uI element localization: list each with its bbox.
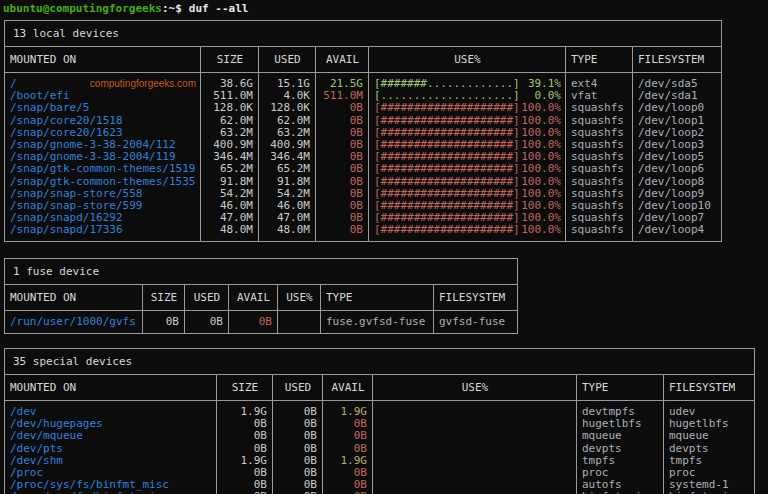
table-row: /snap/snapd/1733648.0M48.0M0B[##########… — [5, 224, 721, 236]
cell-avail: 0B — [323, 479, 373, 491]
column-header-avail: AVAIL — [229, 285, 278, 310]
cell-filesystem: /dev/loop4 — [633, 224, 721, 236]
cell-filesystem: devpts — [664, 443, 754, 455]
cell-mounted-on: /snap/gnome-3-38-2004/119 — [5, 151, 201, 163]
prompt-user-host: ubuntu@computingforgeeks — [3, 2, 162, 15]
mount-path: /snap/snap-store/599 — [10, 200, 142, 212]
cell-mounted-on: /dev — [5, 406, 217, 418]
mount-path: /proc/sys/fs/binfmt_misc — [10, 479, 169, 491]
cell-type: squashfs — [566, 102, 633, 114]
cell-used: 48.0M — [259, 224, 316, 236]
table-row: /dev/pts0B0B0Bdevptsdevpts — [5, 443, 754, 455]
cell-used: 91.8M — [259, 176, 316, 188]
cell-use-percent: [####################]100.0% — [369, 163, 566, 175]
duf-table-fuse-devices: 1 fuse deviceMOUNTED ONSIZEUSEDAVAILUSE%… — [4, 258, 518, 334]
duf-table-special-devices: 35 special devicesMOUNTED ONSIZEUSEDAVAI… — [4, 348, 755, 494]
cell-avail: 0B — [316, 163, 369, 175]
usage-bar: [####################] — [374, 188, 520, 200]
cell-type: squashfs — [566, 212, 633, 224]
cell-filesystem: /dev/loop10 — [633, 200, 721, 212]
usage-percent: 100.0% — [521, 163, 561, 175]
cell-avail: 0B — [316, 200, 369, 212]
cell-size: 91.8M — [201, 176, 259, 188]
cell-avail: 0B — [323, 430, 373, 442]
mount-path: /snap/core20/1623 — [10, 127, 123, 139]
usage-percent: 100.0% — [521, 139, 561, 151]
mount-path: /snap/gtk-common-themes/1535 — [10, 176, 195, 188]
terminal-screen[interactable]: ubuntu@computingforgeeks:~$duf --all 13 … — [0, 0, 768, 494]
column-header-type: TYPE — [321, 285, 434, 310]
cell-type: devpts — [577, 443, 664, 455]
usage-bar: [####################] — [374, 102, 520, 114]
mount-path: /dev — [10, 406, 37, 418]
cell-used: 47.0M — [259, 212, 316, 224]
cell-use-percent — [278, 316, 321, 328]
cell-size: 400.9M — [201, 139, 259, 151]
cell-filesystem: /dev/loop7 — [633, 212, 721, 224]
mount-path: /snap/snapd/16292 — [10, 212, 123, 224]
cell-mounted-on: /proc — [5, 467, 217, 479]
column-header-avail: AVAIL — [316, 47, 369, 72]
cell-type: vfat — [566, 90, 633, 102]
cell-type: squashfs — [566, 200, 633, 212]
usage-bar: [####################] — [374, 115, 520, 127]
cell-type: squashfs — [566, 224, 633, 236]
cell-size: 63.2M — [201, 127, 259, 139]
cell-used: 62.0M — [259, 115, 316, 127]
column-header-filesystem: FILESYSTEM — [434, 285, 517, 310]
usage-bar: [####################] — [374, 200, 520, 212]
table-row: /dev1.9G0B1.9Gdevtmpfsudev — [5, 406, 754, 418]
cell-use-percent: [####################]100.0% — [369, 212, 566, 224]
cell-mounted-on: /dev/pts — [5, 443, 217, 455]
cell-use-percent — [373, 406, 577, 418]
usage-percent: 100.0% — [521, 115, 561, 127]
mount-path: /dev/pts — [10, 443, 63, 455]
mount-path: /snap/gnome-3-38-2004/112 — [10, 139, 176, 151]
cell-mounted-on: /snap/gtk-common-themes/1519 — [5, 163, 201, 175]
command-text: duf --all — [189, 2, 249, 15]
cell-mounted-on: /snap/core20/1518 — [5, 115, 201, 127]
table-row: /dev/shm1.9G0B1.9Gtmpfstmpfs — [5, 455, 754, 467]
usage-percent: 100.0% — [521, 127, 561, 139]
table-row: /dev/mqueue0B0B0Bmqueuemqueue — [5, 430, 754, 442]
mount-path: /snap/bare/5 — [10, 102, 89, 114]
cell-used: 0B — [273, 479, 323, 491]
column-header-filesystem: FILESYSTEM — [633, 47, 721, 72]
column-header-type: TYPE — [566, 47, 633, 72]
cell-avail: 0B — [323, 418, 373, 430]
cell-use-percent: [#######.............]39.1% — [369, 78, 566, 90]
cell-type: tmpfs — [577, 455, 664, 467]
cell-used: 15.1G — [259, 78, 316, 90]
table-header-row: MOUNTED ONSIZEUSEDAVAILUSE%TYPEFILESYSTE… — [5, 375, 754, 401]
cell-avail: 0B — [316, 212, 369, 224]
cell-size: 511.0M — [201, 90, 259, 102]
cell-mounted-on: /dev/hugepages — [5, 418, 217, 430]
column-header-mounted-on: MOUNTED ON — [5, 47, 201, 72]
cell-type: squashfs — [566, 151, 633, 163]
cell-use-percent — [373, 467, 577, 479]
usage-bar: [####################] — [374, 176, 520, 188]
table-title: 1 fuse device — [5, 259, 517, 285]
cell-mounted-on: /dev/shm — [5, 455, 217, 467]
cell-avail: 0B — [316, 115, 369, 127]
duf-table-local-devices: 13 local devicesMOUNTED ONSIZEUSEDAVAILU… — [4, 20, 722, 242]
table-row: /snap/snap-store/59946.0M46.0M0B[#######… — [5, 200, 721, 212]
mount-path: /snap/gtk-common-themes/1519 — [10, 163, 195, 175]
table-row: /snap/snap-store/55854.2M54.2M0B[#######… — [5, 188, 721, 200]
cell-avail: 0B — [316, 139, 369, 151]
table-body: /dev1.9G0B1.9Gdevtmpfsudev/dev/hugepages… — [5, 401, 754, 494]
usage-bar: [#######.............] — [374, 78, 520, 90]
cell-mounted-on: /snap/snapd/17336 — [5, 224, 201, 236]
watermark-text: computingforgeeks.com — [90, 78, 196, 90]
usage-bar: [####################] — [374, 127, 520, 139]
table-title: 35 special devices — [5, 349, 754, 375]
cell-used: 0B — [273, 467, 323, 479]
column-header-filesystem: FILESYSTEM — [664, 375, 754, 400]
cell-avail: 511.0M — [316, 90, 369, 102]
table-row: /snap/core20/162363.2M63.2M0B[##########… — [5, 127, 721, 139]
cell-used: 63.2M — [259, 127, 316, 139]
cell-type: devtmpfs — [577, 406, 664, 418]
cell-use-percent — [373, 479, 577, 491]
cell-size: 65.2M — [201, 163, 259, 175]
column-header-used: USED — [259, 47, 316, 72]
